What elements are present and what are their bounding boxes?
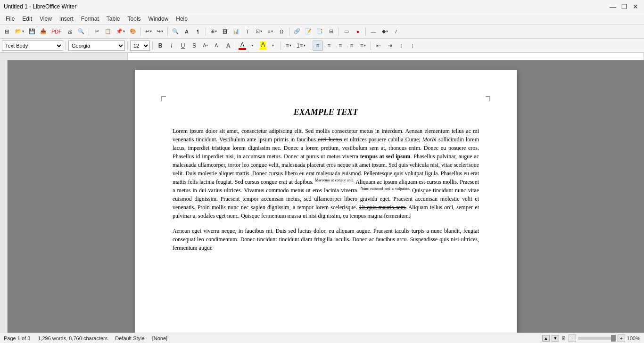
titlebar-title: Untitled 1 - LibreOffice Writer xyxy=(4,3,76,10)
font-size-select[interactable]: 12 10 11 14 16 xyxy=(130,41,150,51)
indent-decrease-button[interactable]: ⇤ xyxy=(373,41,384,51)
menu-table[interactable]: Table xyxy=(103,13,124,24)
fmt-sep6 xyxy=(310,41,310,50)
prev-page-button[interactable]: ▲ xyxy=(542,335,550,342)
special-char-button[interactable]: Ω xyxy=(276,26,287,37)
formatting-toolbar: Text Body Default Paragraph Style Headin… xyxy=(0,39,644,53)
draw-line-button[interactable]: / xyxy=(391,26,401,37)
document-title: EXAMPLE TEXT xyxy=(173,107,479,117)
underline-strikethrough-span: Ut quis mauris sem. xyxy=(359,204,406,211)
font-select[interactable]: Georgia Arial Times New Roman xyxy=(68,41,125,51)
save-button[interactable]: 💾 xyxy=(27,26,37,37)
open-button[interactable]: 📂▾ xyxy=(13,26,26,37)
strikethrough-button[interactable]: S xyxy=(189,41,199,51)
restore-button[interactable]: ❐ xyxy=(619,2,629,11)
paragraph-1: Lorem ipsum dolor sit amet, consectetur … xyxy=(173,127,479,220)
sep7 xyxy=(365,27,366,36)
hyperlink-button[interactable]: 🔗 xyxy=(292,26,302,37)
find-button[interactable]: 🔍 xyxy=(170,26,181,37)
document-area[interactable]: EXAMPLE TEXT Lorem ipsum dolor sit amet,… xyxy=(8,60,644,333)
zoom-level: 100% xyxy=(627,335,640,341)
zoom-in-button[interactable]: + xyxy=(618,335,625,342)
copy-button[interactable]: 📋 xyxy=(103,26,113,37)
fmt-sep2 xyxy=(127,41,128,50)
menu-format[interactable]: Format xyxy=(77,13,103,24)
bookmark-button[interactable]: 📑 xyxy=(314,26,325,37)
bold-button[interactable]: B xyxy=(155,41,165,51)
document-body[interactable]: Lorem ipsum dolor sit amet, consectetur … xyxy=(173,127,479,252)
statusbar: Page 1 of 3 1,296 words, 8,760 character… xyxy=(0,333,644,343)
sep2 xyxy=(140,27,141,36)
fmt-sep1 xyxy=(66,41,66,50)
textbox-button[interactable]: T xyxy=(242,26,253,37)
new-doc-button[interactable]: ⊞ xyxy=(2,26,12,37)
corner-marker-tl xyxy=(161,96,166,101)
undo-button[interactable]: ↩▾ xyxy=(143,26,154,37)
menu-window[interactable]: Window xyxy=(145,13,173,24)
font-color-button[interactable]: A xyxy=(239,41,246,50)
menu-help[interactable]: Help xyxy=(172,13,191,24)
fmt-sep7 xyxy=(371,41,371,50)
font-color-dropdown[interactable]: ▾ xyxy=(247,41,257,51)
zoom-indicator[interactable] xyxy=(611,335,616,342)
italic-button[interactable]: I xyxy=(166,41,177,51)
numbering-button[interactable]: ≡▾ xyxy=(265,26,275,37)
shadow-button[interactable]: A xyxy=(223,41,233,51)
highlight-color-dropdown[interactable]: ▾ xyxy=(268,41,278,51)
align-left-button[interactable]: ≡ xyxy=(313,41,323,51)
menu-file[interactable]: File xyxy=(2,13,18,24)
paragraph-spacing-button[interactable]: ↕ xyxy=(396,41,406,51)
paste-button[interactable]: 📌▾ xyxy=(114,26,127,37)
superscript-button[interactable]: A+ xyxy=(200,41,211,51)
titlebar-controls: — ❐ ✕ xyxy=(608,2,640,11)
align-justify-button[interactable]: ≡ xyxy=(347,41,357,51)
line-spacing-button[interactable]: ↕ xyxy=(407,41,418,51)
cut-button[interactable]: ✂ xyxy=(91,26,102,37)
align-center-button[interactable]: ≡ xyxy=(324,41,334,51)
zoom-bar[interactable] xyxy=(578,337,616,340)
paragraph-style-select[interactable]: Text Body Default Paragraph Style Headin… xyxy=(2,41,63,51)
main-toolbar: ⊞ 📂▾ 💾 📥 PDF 🖨 🔍 ✂ 📋 📌▾ 🎨 ↩▾ ↪▾ 🔍 A ¶ ⊞▾… xyxy=(0,24,644,39)
menu-tools[interactable]: Tools xyxy=(124,13,145,24)
menu-insert[interactable]: Insert xyxy=(56,13,77,24)
shape-button[interactable]: ◆▾ xyxy=(380,26,390,37)
clone-button[interactable]: 🎨 xyxy=(128,26,138,37)
main-area: EXAMPLE TEXT Lorem ipsum dolor sit amet,… xyxy=(0,60,644,333)
table2-button[interactable]: ⊡▾ xyxy=(254,26,264,37)
next-page-button[interactable]: ▼ xyxy=(552,335,559,342)
export-pdf-button[interactable]: PDF xyxy=(50,26,64,37)
print-preview-button[interactable]: 🔍 xyxy=(76,26,86,37)
numbering-list-button[interactable]: 1≡▾ xyxy=(295,41,307,51)
note-button[interactable]: 📝 xyxy=(303,26,314,37)
menu-view[interactable]: View xyxy=(36,13,56,24)
highlight-color-button[interactable]: A xyxy=(259,41,267,50)
zoom-out-button[interactable]: - xyxy=(569,335,576,342)
header-footer-button[interactable]: ⊟ xyxy=(326,26,336,37)
underline-button[interactable]: U xyxy=(178,41,188,51)
menu-edit[interactable]: Edit xyxy=(18,13,36,24)
save-remote-button[interactable]: 📥 xyxy=(38,26,49,37)
bullets-button[interactable]: ≡▾ xyxy=(283,41,294,51)
format-marks-button[interactable]: ¶ xyxy=(193,26,203,37)
align-right-button[interactable]: ≡ xyxy=(335,41,346,51)
line-button[interactable]: — xyxy=(368,26,379,37)
statusbar-right: ▲ ▼ 🗎 - + 100% xyxy=(542,335,640,342)
record-button[interactable]: ● xyxy=(353,26,363,37)
document-page: EXAMPLE TEXT Lorem ipsum dolor sit amet,… xyxy=(135,70,517,333)
close-button[interactable]: ✕ xyxy=(631,2,640,11)
table-button[interactable]: ⊞▾ xyxy=(208,26,219,37)
print-button[interactable]: 🖨 xyxy=(65,26,75,37)
subscript-button[interactable]: A- xyxy=(212,41,222,51)
minimize-button[interactable]: — xyxy=(608,2,618,11)
menubar: File Edit View Insert Format Table Tools… xyxy=(0,13,644,24)
chart-button[interactable]: 📊 xyxy=(231,26,241,37)
indent-increase-button[interactable]: ⇥ xyxy=(385,41,395,51)
image-button[interactable]: 🖼 xyxy=(220,26,230,37)
fmt-sep3 xyxy=(152,41,153,50)
redo-button[interactable]: ↪▾ xyxy=(155,26,165,37)
spelling-button[interactable]: A xyxy=(182,26,192,37)
bold-tempus: tempus at sed ipsum xyxy=(360,153,411,160)
textframe-button[interactable]: ▭ xyxy=(341,26,352,37)
fmt-sep4 xyxy=(236,41,236,50)
align-options-button[interactable]: ≡▾ xyxy=(358,41,368,51)
